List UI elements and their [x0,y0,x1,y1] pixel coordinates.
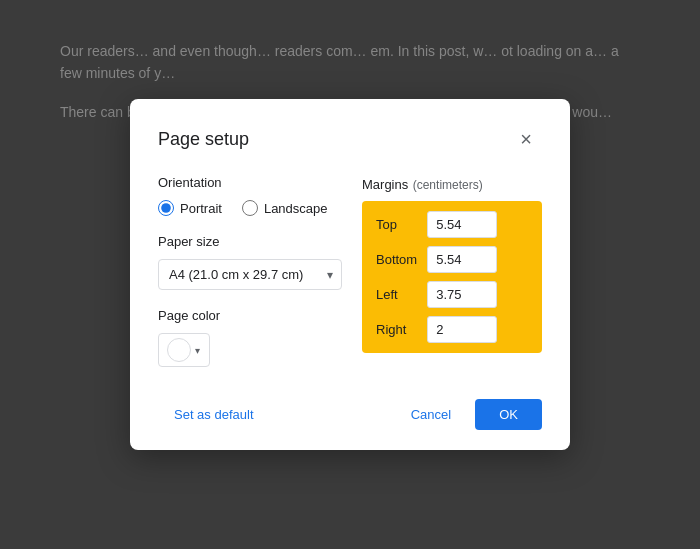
portrait-option[interactable]: Portrait [158,200,222,216]
paper-size-select[interactable]: A4 (21.0 cm x 29.7 cm) [158,259,342,290]
paper-size-value: A4 (21.0 cm x 29.7 cm) [169,267,303,282]
margins-grid: Top Bottom Left Right [362,201,542,353]
page-color-section: Page color ▾ [158,308,342,367]
right-panel: Margins (centimeters) Top Bottom Left Ri… [362,175,542,367]
margins-header-row: Margins (centimeters) [362,175,542,193]
paper-size-section: Paper size A4 (21.0 cm x 29.7 cm) [158,234,342,290]
margin-top-input[interactable] [427,211,497,238]
margin-left-input[interactable] [427,281,497,308]
landscape-option[interactable]: Landscape [242,200,328,216]
page-color-label: Page color [158,308,342,323]
dialog-body: Orientation Portrait Landscape Paper siz… [158,175,542,367]
orientation-label: Orientation [158,175,342,190]
margin-right-label: Right [376,322,417,337]
page-setup-dialog: Page setup × Orientation Portrait Landsc… [130,99,570,450]
color-chevron-icon: ▾ [195,345,200,356]
landscape-label: Landscape [264,201,328,216]
margins-label: Margins [362,177,408,192]
ok-button[interactable]: OK [475,399,542,430]
set-as-default-button[interactable]: Set as default [158,399,270,430]
paper-size-label: Paper size [158,234,342,249]
portrait-label: Portrait [180,201,222,216]
margin-bottom-input[interactable] [427,246,497,273]
margin-right-input[interactable] [427,316,497,343]
dialog-footer: Set as default Cancel OK [158,391,542,430]
margins-unit: (centimeters) [413,178,483,192]
page-color-swatch[interactable]: ▾ [158,333,210,367]
margin-bottom-label: Bottom [376,252,417,267]
cancel-button[interactable]: Cancel [395,399,467,430]
left-panel: Orientation Portrait Landscape Paper siz… [158,175,342,367]
portrait-radio[interactable] [158,200,174,216]
color-swatch-circle [167,338,191,362]
landscape-radio[interactable] [242,200,258,216]
margin-top-label: Top [376,217,417,232]
margin-left-label: Left [376,287,417,302]
dialog-header: Page setup × [158,123,542,155]
dialog-title: Page setup [158,129,249,150]
orientation-row: Portrait Landscape [158,200,342,216]
close-button[interactable]: × [510,123,542,155]
